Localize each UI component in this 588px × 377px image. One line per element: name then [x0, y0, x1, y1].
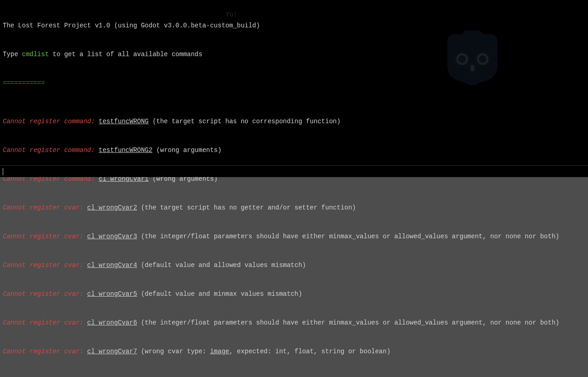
godot-logo-icon [438, 28, 507, 88]
error-suffix: (default value and minmax values mismatc… [137, 290, 302, 298]
console-panel: Yo! The Lost Forest Project v1.0 (using … [0, 0, 588, 177]
header-title: The Lost Forest Project v1.0 (using Godo… [3, 22, 260, 29]
error-suffix: (the integer/float parameters should hav… [137, 233, 559, 240]
error-line: Cannot register command: testfuncWRONG2 … [3, 146, 585, 155]
svg-rect-4 [470, 64, 475, 72]
error-name[interactable]: cl_wrongCvar7 [87, 348, 137, 355]
error-suffix-a: (wrong cvar type: [137, 348, 210, 355]
type-suffix: to get a list of all available commands [49, 51, 202, 58]
error-suffix: (the target script has no corresponding … [148, 118, 340, 125]
separator: =========== [3, 79, 45, 87]
error-prefix: Cannot register cvar: [3, 262, 87, 269]
error-name[interactable]: cl_wrongCvar6 [87, 319, 137, 326]
error-line: Cannot register cvar: cl_wrongCvar6 (the… [3, 318, 585, 328]
error-suffix: (the target script has no getter and/or … [137, 204, 356, 211]
error-suffix: (default value and allowed values mismat… [137, 262, 306, 269]
error-prefix: Cannot register cvar: [3, 348, 87, 355]
background-yo-text: Yo! [226, 10, 237, 20]
error-name[interactable]: cl_wrongCvar2 [87, 204, 137, 211]
error-name[interactable]: cl_wrongCvar3 [87, 233, 137, 240]
type-prefix: Type [3, 51, 22, 58]
error-prefix: Cannot register cvar: [3, 204, 87, 211]
error-line: Cannot register command: testfuncWRONG (… [3, 117, 585, 126]
input-cursor [3, 168, 3, 175]
svg-point-1 [460, 57, 465, 62]
svg-point-3 [480, 57, 486, 62]
error-suffix-b: , expected: int, float, string or boolea… [229, 348, 391, 355]
error-name[interactable]: testfuncWRONG2 [99, 147, 153, 154]
error-suffix: (the integer/float parameters should hav… [137, 319, 559, 326]
console-input[interactable] [0, 165, 588, 177]
error-line: Cannot register cvar: cl_wrongCvar3 (the… [3, 232, 585, 241]
error-name[interactable]: cl_wrongCvar4 [87, 262, 137, 269]
error-line: Cannot register cvar: cl_wrongCvar7 (wro… [3, 347, 585, 356]
error-line: Cannot register cvar: cl_wrongCvar5 (def… [3, 289, 585, 299]
error-type-name[interactable]: image [210, 348, 229, 355]
error-prefix: Cannot register cvar: [3, 233, 87, 240]
error-name[interactable]: testfuncWRONG [99, 118, 148, 125]
error-prefix: Cannot register command: [3, 147, 99, 154]
error-suffix: (wrong arguments) [153, 147, 222, 154]
error-prefix: Cannot register cvar: [3, 290, 87, 298]
error-name[interactable]: cl_wrongCvar5 [87, 290, 137, 298]
error-prefix: Cannot register command: [3, 118, 99, 125]
cmdlist-keyword: cmdlist [22, 51, 49, 58]
error-line: Cannot register cvar: cl_wrongCvar2 (the… [3, 203, 585, 213]
error-prefix: Cannot register cvar: [3, 319, 87, 326]
error-line: Cannot register cvar: cl_wrongCvar4 (def… [3, 261, 585, 270]
